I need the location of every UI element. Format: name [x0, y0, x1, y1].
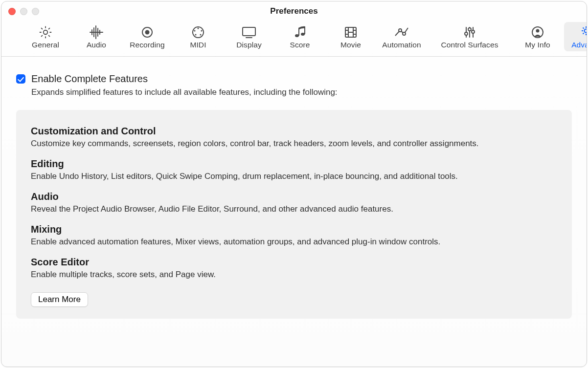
svg-point-34: [468, 28, 471, 31]
svg-point-10: [194, 30, 196, 32]
minimize-icon[interactable]: [20, 8, 27, 15]
feature-desc: Customize key commands, screensets, regi…: [31, 139, 557, 149]
tab-display[interactable]: Display: [225, 22, 273, 51]
feature-mixing: Mixing Enable advanced automation featur…: [31, 224, 557, 247]
titlebar: Preferences: [1, 1, 587, 21]
svg-point-13: [200, 34, 202, 36]
feature-title: Mixing: [31, 224, 557, 235]
tab-advanced[interactable]: Advanced: [564, 22, 587, 51]
feature-audio: Audio Reveal the Project Audio Browser, …: [31, 191, 557, 214]
tab-automation[interactable]: Automation: [377, 22, 426, 51]
svg-point-29: [403, 32, 406, 35]
feature-title: Score Editor: [31, 257, 557, 268]
sliders-icon: [433, 24, 506, 41]
svg-point-9: [198, 28, 199, 29]
feature-desc: Enable multiple tracks, score sets, and …: [31, 270, 557, 280]
tab-score[interactable]: Score: [275, 22, 324, 51]
features-box: Customization and Control Customize key …: [16, 110, 572, 319]
tab-movie[interactable]: Movie: [326, 22, 375, 51]
svg-point-33: [465, 32, 468, 35]
svg-point-35: [472, 30, 475, 33]
filmstrip-icon: [331, 24, 370, 41]
tab-my-info[interactable]: My Info: [513, 22, 562, 51]
learn-more-button[interactable]: Learn More: [31, 292, 88, 307]
svg-point-28: [399, 29, 402, 32]
midi-icon: [179, 24, 218, 41]
svg-point-11: [201, 30, 203, 32]
automation-icon: [382, 24, 421, 41]
gear-icon: [26, 24, 65, 41]
feature-editing: Editing Enable Undo History, List editor…: [31, 158, 557, 181]
feature-score-editor: Score Editor Enable multiple tracks, sco…: [31, 257, 557, 280]
svg-point-38: [585, 29, 588, 33]
feature-title: Audio: [31, 191, 557, 202]
feature-desc: Reveal the Project Audio Browser, Audio …: [31, 204, 557, 214]
close-icon[interactable]: [8, 8, 16, 15]
feature-desc: Enable advanced automation features, Mix…: [31, 237, 557, 247]
tab-general[interactable]: General: [21, 22, 70, 51]
feature-title: Editing: [31, 158, 557, 170]
tab-audio[interactable]: Audio: [72, 22, 121, 51]
window-title: Preferences: [270, 6, 317, 16]
feature-desc: Enable Undo History, List editors, Quick…: [31, 172, 557, 181]
enable-complete-features-desc: Expands simplified features to include a…: [31, 87, 572, 97]
content: Enable Complete Features Expands simplif…: [1, 57, 587, 367]
preferences-window: Preferences General Audio Recording MI: [1, 1, 587, 367]
svg-rect-14: [243, 27, 255, 36]
record-icon: [128, 24, 167, 41]
waveform-icon: [77, 24, 116, 41]
svg-point-12: [195, 34, 197, 36]
score-icon: [280, 24, 319, 41]
toolbar: General Audio Recording MIDI Display: [1, 21, 587, 57]
feature-customization: Customization and Control Customize key …: [31, 126, 557, 149]
enable-complete-features-checkbox[interactable]: [16, 74, 25, 84]
svg-point-16: [295, 34, 299, 37]
window-controls: [8, 8, 39, 15]
svg-point-17: [301, 33, 305, 36]
display-icon: [229, 24, 269, 41]
enable-complete-features-label: Enable Complete Features: [31, 73, 148, 85]
svg-point-8: [145, 30, 150, 35]
zoom-icon[interactable]: [32, 8, 39, 15]
svg-point-0: [44, 30, 47, 34]
person-circle-icon: [518, 24, 557, 41]
feature-title: Customization and Control: [31, 126, 557, 137]
tab-control-surfaces[interactable]: Control Surfaces: [428, 22, 511, 51]
gears-icon: [569, 24, 587, 41]
svg-point-37: [536, 29, 540, 33]
tab-recording[interactable]: Recording: [123, 22, 172, 51]
tab-midi[interactable]: MIDI: [174, 22, 223, 51]
